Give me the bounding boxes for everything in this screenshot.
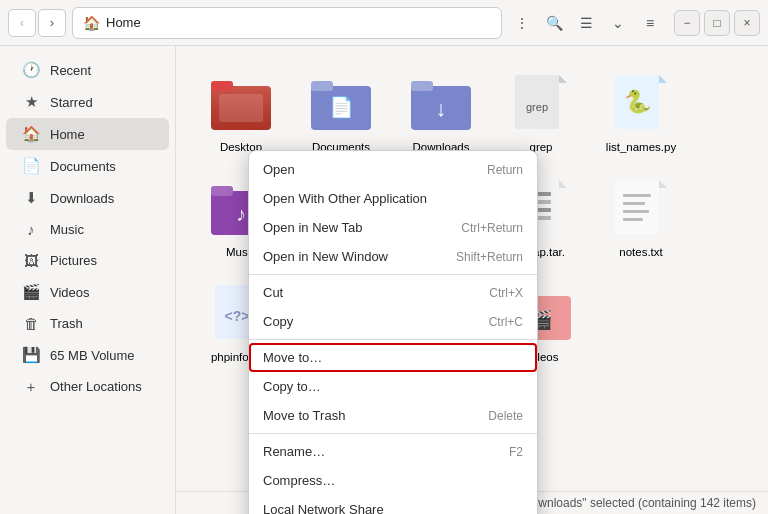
sidebar-item-starred[interactable]: ★ Starred [6, 86, 169, 118]
address-label: Home [106, 15, 141, 30]
sidebar-item-volume[interactable]: 💾 65 MB Volume [6, 339, 169, 371]
notes-label: notes.txt [619, 245, 662, 260]
view-chevron-button[interactable]: ⌄ [604, 9, 632, 37]
svg-rect-36 [623, 202, 645, 205]
close-button[interactable]: × [734, 10, 760, 36]
sidebar-label-music: Music [50, 222, 84, 237]
grep-file-icon: grep [509, 72, 573, 136]
sidebar-item-pictures[interactable]: 🖼 Pictures [6, 245, 169, 276]
ctx-rename-label: Rename… [263, 444, 325, 459]
file-item-python[interactable]: 🐍 list_names.py [596, 66, 686, 161]
svg-rect-3 [219, 94, 263, 122]
sidebar-label-volume: 65 MB Volume [50, 348, 135, 363]
ctx-open-window-label: Open in New Window [263, 249, 388, 264]
ctx-move-to-label: Move to… [263, 350, 322, 365]
ctx-network-share[interactable]: Local Network Share [249, 495, 537, 514]
sidebar-label-home: Home [50, 127, 85, 142]
sidebar-label-documents: Documents [50, 159, 116, 174]
forward-button[interactable]: › [38, 9, 66, 37]
ctx-open-other-label: Open With Other Application [263, 191, 427, 206]
pictures-icon: 🖼 [22, 252, 40, 269]
ctx-cut-shortcut: Ctrl+X [489, 286, 523, 300]
view-toggle-button[interactable]: ☰ [572, 9, 600, 37]
sidebar-item-documents[interactable]: 📄 Documents [6, 150, 169, 182]
python-file-icon: 🐍 [609, 72, 673, 136]
ctx-separator-1 [249, 274, 537, 275]
ctx-copy-to[interactable]: Copy to… [249, 372, 537, 401]
ctx-open-shortcut: Return [487, 163, 523, 177]
svg-rect-5 [311, 81, 333, 91]
svg-marker-14 [659, 75, 667, 83]
ctx-open-tab-shortcut: Ctrl+Return [461, 221, 523, 235]
other-icon: + [22, 378, 40, 395]
music-icon: ♪ [22, 221, 40, 238]
context-menu: Open Return Open With Other Application … [248, 150, 538, 514]
svg-marker-11 [559, 75, 567, 83]
sidebar-label-downloads: Downloads [50, 191, 114, 206]
ctx-cut-label: Cut [263, 285, 283, 300]
svg-marker-28 [559, 180, 567, 188]
file-item-notes[interactable]: notes.txt [596, 171, 686, 266]
maximize-button[interactable]: □ [704, 10, 730, 36]
sidebar-item-other[interactable]: + Other Locations [6, 371, 169, 402]
search-button[interactable]: 🔍 [540, 9, 568, 37]
ctx-open-tab[interactable]: Open in New Tab Ctrl+Return [249, 213, 537, 242]
ctx-move-trash-label: Move to Trash [263, 408, 345, 423]
home-nav-icon: 🏠 [22, 125, 40, 143]
svg-text:grep: grep [526, 101, 548, 113]
sidebar-item-music[interactable]: ♪ Music [6, 214, 169, 245]
svg-text:📄: 📄 [329, 95, 354, 119]
file-item-downloads[interactable]: ↓ Downloads [396, 66, 486, 161]
ctx-copy-to-label: Copy to… [263, 379, 321, 394]
window-controls: − □ × [674, 10, 760, 36]
svg-rect-8 [411, 81, 433, 91]
sidebar-label-pictures: Pictures [50, 253, 97, 268]
minimize-button[interactable]: − [674, 10, 700, 36]
status-text: "Downloads" selected (containing 142 ite… [519, 496, 756, 510]
ctx-rename[interactable]: Rename… F2 [249, 437, 537, 466]
ctx-open-window-shortcut: Shift+Return [456, 250, 523, 264]
back-button[interactable]: ‹ [8, 9, 36, 37]
sidebar-label-videos: Videos [50, 285, 90, 300]
videos-icon: 🎬 [22, 283, 40, 301]
ctx-compress[interactable]: Compress… [249, 466, 537, 495]
file-item-desktop[interactable]: Desktop [196, 66, 286, 161]
ctx-cut[interactable]: Cut Ctrl+X [249, 278, 537, 307]
text-file-icon [609, 177, 673, 241]
ctx-copy-shortcut: Ctrl+C [489, 315, 523, 329]
sidebar-item-downloads[interactable]: ⬇ Downloads [6, 182, 169, 214]
menu-button[interactable]: ≡ [636, 9, 664, 37]
sidebar-item-home[interactable]: 🏠 Home [6, 118, 169, 150]
sidebar-item-trash[interactable]: 🗑 Trash [6, 308, 169, 339]
downloads-icon: ⬇ [22, 189, 40, 207]
ctx-separator-2 [249, 339, 537, 340]
recent-icon: 🕐 [22, 61, 40, 79]
svg-text:<?>: <?> [225, 308, 250, 324]
documents-icon: 📄 [22, 157, 40, 175]
svg-rect-33 [615, 180, 659, 234]
svg-marker-34 [659, 180, 667, 188]
dots-menu-button[interactable]: ⋮ [508, 9, 536, 37]
svg-rect-2 [211, 81, 233, 91]
ctx-open-window[interactable]: Open in New Window Shift+Return [249, 242, 537, 271]
nav-buttons: ‹ › [8, 9, 66, 37]
ctx-open-label: Open [263, 162, 295, 177]
sidebar-item-videos[interactable]: 🎬 Videos [6, 276, 169, 308]
ctx-move-to[interactable]: Move to… [249, 343, 537, 372]
sidebar: 🕐 Recent ★ Starred 🏠 Home 📄 Documents ⬇ … [0, 46, 176, 514]
ctx-open[interactable]: Open Return [249, 155, 537, 184]
svg-rect-37 [623, 210, 649, 213]
file-item-documents[interactable]: 📄 Documents [296, 66, 386, 161]
ctx-move-trash[interactable]: Move to Trash Delete [249, 401, 537, 430]
ctx-open-other[interactable]: Open With Other Application [249, 184, 537, 213]
address-bar[interactable]: 🏠 Home [72, 7, 502, 39]
sidebar-label-other: Other Locations [50, 379, 142, 394]
sidebar-label-recent: Recent [50, 63, 91, 78]
ctx-copy[interactable]: Copy Ctrl+C [249, 307, 537, 336]
titlebar: ‹ › 🏠 Home ⋮ 🔍 ☰ ⌄ ≡ − □ × [0, 0, 768, 46]
file-item-grep[interactable]: grep grep [496, 66, 586, 161]
sidebar-item-recent[interactable]: 🕐 Recent [6, 54, 169, 86]
ctx-open-tab-label: Open in New Tab [263, 220, 363, 235]
sidebar-label-starred: Starred [50, 95, 93, 110]
svg-rect-35 [623, 194, 651, 197]
